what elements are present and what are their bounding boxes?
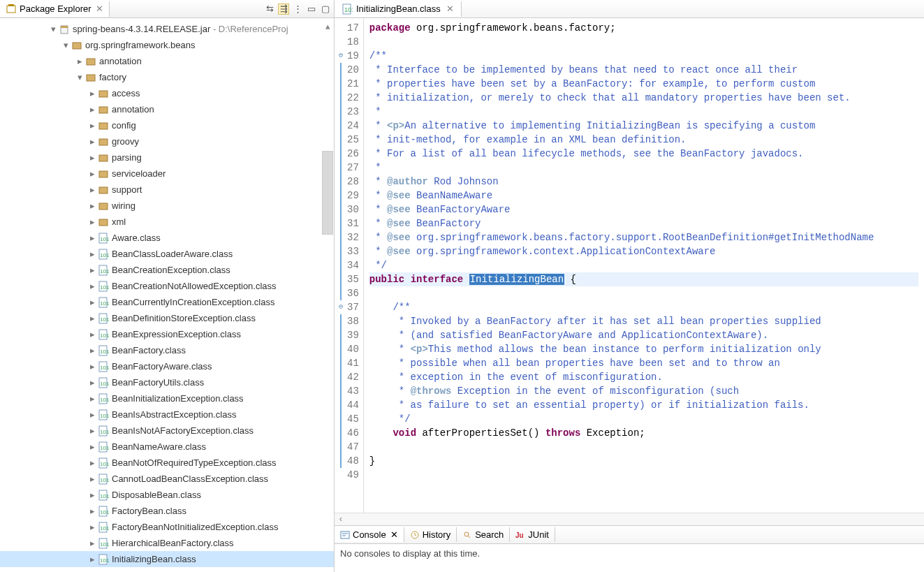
tree-item-class[interactable]: ▸101BeanCreationException.class	[0, 262, 334, 278]
tree-item-package-factory[interactable]: ▾ factory	[0, 69, 334, 85]
chevron-right-icon[interactable]: ▸	[87, 393, 98, 404]
svg-text:101: 101	[100, 284, 109, 291]
editor-tab[interactable]: 101 InitializingBean.class ✕	[335, 1, 462, 17]
chevron-right-icon[interactable]: ▸	[87, 409, 98, 420]
tree-item-package[interactable]: ▸groovy	[0, 133, 334, 149]
tree-item-class[interactable]: ▸101HierarchicalBeanFactory.class	[0, 535, 334, 551]
tree-item-package[interactable]: ▸config	[0, 117, 334, 133]
chevron-right-icon[interactable]: ▸	[87, 168, 98, 179]
tree-item-class[interactable]: ▸101DisposableBean.class	[0, 487, 334, 503]
tab-junit[interactable]: Ju JUnit	[510, 527, 555, 542]
tree-item-package[interactable]: ▸ annotation	[0, 53, 334, 69]
tree-item-class[interactable]: ▸101BeanCurrentlyInCreationException.cla…	[0, 294, 334, 310]
tree-item-class[interactable]: ▸101BeanNameAware.class	[0, 439, 334, 455]
tree-item-class[interactable]: ▸101BeanDefinitionStoreException.class	[0, 310, 334, 326]
minimize-icon[interactable]: ▭	[306, 3, 317, 15]
close-icon[interactable]: ✕	[390, 529, 398, 540]
chevron-right-icon[interactable]: ▸	[87, 265, 98, 275]
chevron-right-icon[interactable]: ▸	[87, 361, 98, 372]
tree-item-class[interactable]: ▸101BeanFactoryAware.class	[0, 358, 334, 374]
tree-item-package[interactable]: ▸xml	[0, 214, 334, 230]
collapse-all-icon[interactable]: ⇆	[264, 3, 275, 15]
chevron-right-icon[interactable]: ▸	[87, 474, 98, 484]
package-explorer-tree[interactable]: ▾ spring-beans-4.3.14.RELEASE.jar - D:\R…	[0, 18, 334, 572]
chevron-right-icon[interactable]: ▸	[87, 345, 98, 355]
scroll-up-icon[interactable]: ▴	[322, 21, 333, 32]
tree-item-class[interactable]: ▸101FactoryBean.class	[0, 503, 334, 519]
chevron-right-icon[interactable]: ▸	[87, 249, 98, 259]
chevron-right-icon[interactable]: ▸	[87, 457, 98, 468]
tree-item-class[interactable]: ▸101BeanClassLoaderAware.class	[0, 246, 334, 262]
tree-item-class[interactable]: ▸101BeanFactoryUtils.class	[0, 374, 334, 390]
class-file-icon: 101	[98, 233, 109, 244]
tree-item-class[interactable]: ▸101BeanCreationNotAllowedException.clas…	[0, 278, 334, 294]
chevron-right-icon[interactable]: ▸	[87, 88, 98, 98]
chevron-right-icon[interactable]: ▸	[87, 200, 98, 211]
package-explorer-tab[interactable]: Package Explorer ✕	[0, 1, 110, 17]
maximize-icon[interactable]: ▢	[320, 3, 331, 15]
chevron-right-icon[interactable]: ▸	[87, 217, 98, 227]
tree-item-class[interactable]: ▸101Aware.class	[0, 230, 334, 246]
chevron-right-icon[interactable]: ▸	[87, 233, 98, 243]
tree-label: BeanFactory.class	[112, 345, 186, 355]
chevron-down-icon[interactable]: ▾	[47, 24, 59, 34]
chevron-down-icon[interactable]: ▾	[60, 40, 71, 50]
link-editor-icon[interactable]: ⇶	[278, 3, 289, 15]
svg-rect-12	[99, 171, 108, 177]
tree-item-package[interactable]: ▸serviceloader	[0, 166, 334, 182]
tree-item-jar[interactable]: ▾ spring-beans-4.3.14.RELEASE.jar - D:\R…	[0, 21, 334, 37]
tree-item-class[interactable]: ▸101FactoryBeanNotInitializedException.c…	[0, 519, 334, 535]
tree-item-class[interactable]: ▸101BeanInitializationException.class	[0, 390, 334, 406]
class-file-icon: 101	[98, 393, 109, 404]
tree-item-class[interactable]: ▸101BeanFactory.class	[0, 342, 334, 358]
code-editor[interactable]: ⊖⊖ 1718192021222324252627282930313233343…	[335, 18, 924, 513]
chevron-right-icon[interactable]: ▸	[74, 56, 85, 66]
chevron-right-icon[interactable]: ▸	[87, 184, 98, 195]
tree-item-class[interactable]: ▸101CannotLoadBeanClassException.class	[0, 471, 334, 487]
chevron-right-icon[interactable]: ▸	[87, 506, 98, 516]
chevron-right-icon[interactable]: ▸	[87, 538, 98, 548]
horizontal-scrollbar[interactable]: ‹	[335, 513, 924, 525]
tree-label: org.springframework.beans	[85, 40, 196, 50]
tree-item-package[interactable]: ▸wiring	[0, 198, 334, 214]
class-file-icon: 101	[98, 265, 109, 276]
scroll-left-icon[interactable]: ‹	[335, 513, 347, 526]
code-area[interactable]: package org.springframework.beans.factor…	[364, 18, 924, 513]
close-icon[interactable]: ✕	[96, 3, 103, 14]
chevron-right-icon[interactable]: ▸	[87, 490, 98, 500]
package-icon	[85, 72, 96, 83]
chevron-right-icon[interactable]: ▸	[87, 329, 98, 339]
tree-item-package[interactable]: ▸annotation	[0, 101, 334, 117]
chevron-right-icon[interactable]: ▸	[87, 281, 98, 291]
view-menu-icon[interactable]: ⋮	[292, 3, 303, 15]
tree-label: BeanNotOfRequiredTypeException.class	[112, 457, 277, 468]
tab-console[interactable]: Console ✕	[335, 527, 404, 542]
chevron-right-icon[interactable]: ▸	[87, 104, 98, 115]
tree-item-package[interactable]: ▸parsing	[0, 149, 334, 166]
tab-search[interactable]: Search	[457, 527, 510, 542]
svg-rect-0	[7, 6, 15, 13]
close-icon[interactable]: ✕	[446, 3, 454, 14]
tree-item-class[interactable]: ▸101InitializingBean.class	[0, 551, 334, 567]
tree-item-package[interactable]: ▾ org.springframework.beans	[0, 37, 334, 53]
chevron-right-icon[interactable]: ▸	[87, 136, 98, 147]
chevron-right-icon[interactable]: ▸	[87, 152, 98, 163]
tree-item-package[interactable]: ▸support	[0, 182, 334, 198]
tree-item-package[interactable]: ▸access	[0, 85, 334, 101]
chevron-right-icon[interactable]: ▸	[87, 554, 98, 564]
chevron-right-icon[interactable]: ▸	[87, 441, 98, 452]
chevron-right-icon[interactable]: ▸	[87, 522, 98, 532]
chevron-right-icon[interactable]: ▸	[87, 297, 98, 307]
chevron-down-icon[interactable]: ▾	[74, 72, 85, 82]
chevron-right-icon[interactable]: ▸	[87, 377, 98, 388]
tree-item-class[interactable]: ▸101BeanExpressionException.class	[0, 326, 334, 342]
tab-history[interactable]: History	[404, 527, 457, 542]
tree-item-class[interactable]: ▸101BeanIsAbstractException.class	[0, 406, 334, 423]
svg-text:101: 101	[100, 236, 109, 242]
tree-item-class[interactable]: ▸101BeanIsNotAFactoryException.class	[0, 423, 334, 439]
vertical-scrollbar[interactable]	[322, 151, 333, 235]
chevron-right-icon[interactable]: ▸	[87, 120, 98, 131]
chevron-right-icon[interactable]: ▸	[87, 313, 98, 323]
chevron-right-icon[interactable]: ▸	[87, 425, 98, 436]
tree-item-class[interactable]: ▸101BeanNotOfRequiredTypeException.class	[0, 455, 334, 471]
